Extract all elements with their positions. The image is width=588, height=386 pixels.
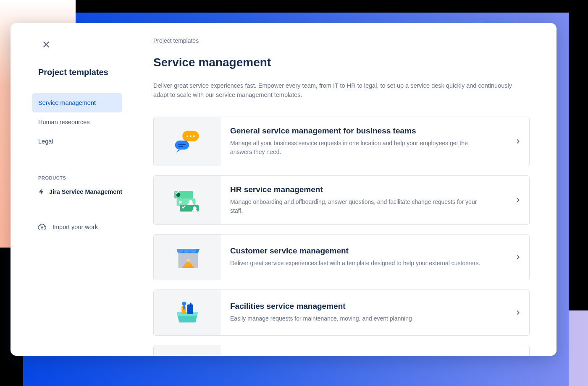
card-chevron [507, 345, 529, 356]
card-body: Customer service management Deliver grea… [221, 235, 507, 280]
sidebar: Project templates Service management Hum… [10, 23, 136, 356]
sidebar-item-human-resources[interactable]: Human reseources [32, 112, 122, 132]
card-body: HR service management Manage onboarding … [221, 176, 507, 224]
sidebar-item-label: Service management [38, 99, 96, 106]
card-body: General service management for business … [221, 117, 507, 166]
card-body: Facilities service management Easily man… [221, 290, 507, 335]
chevron-right-icon [514, 254, 521, 261]
card-chevron [507, 176, 529, 224]
main-content: Project templates Service management Del… [136, 23, 556, 356]
sidebar-item-legal[interactable]: Legal [32, 132, 122, 151]
card-title: Customer service management [230, 246, 501, 256]
hr-tags-icon [171, 187, 204, 214]
template-card-customer-service[interactable]: Customer service management Deliver grea… [153, 234, 530, 280]
close-icon [42, 40, 51, 49]
page-description: Deliver great service experiences fast. … [153, 81, 519, 100]
svg-rect-6 [178, 146, 184, 147]
credit-cards-icon [171, 355, 204, 356]
templates-modal: Project templates Service management Hum… [10, 23, 556, 356]
chevron-right-icon [514, 197, 521, 203]
import-label: Import your work [52, 224, 98, 230]
sidebar-title: Project templates [38, 68, 124, 77]
card-chevron [507, 117, 529, 166]
sidebar-nav: Service management Human reseources Lega… [22, 93, 124, 151]
svg-rect-4 [175, 141, 189, 149]
svg-point-3 [193, 135, 195, 137]
template-card-hr-service[interactable]: HR service management Manage onboarding … [153, 175, 530, 225]
card-icon-area [154, 345, 221, 356]
sidebar-item-service-management[interactable]: Service management [32, 93, 122, 112]
template-card-facilities-service[interactable]: Facilities service management Easily man… [153, 290, 530, 336]
card-icon-area [154, 290, 221, 335]
card-body: Finance service management [221, 345, 507, 356]
import-your-work[interactable]: Import your work [22, 222, 124, 232]
card-description: Manage all your business service request… [230, 139, 482, 156]
svg-point-2 [190, 135, 192, 137]
svg-rect-19 [183, 303, 185, 309]
template-list: General service management for business … [153, 117, 530, 356]
card-description: Easily manage requests for maintenance, … [230, 314, 482, 323]
card-chevron [507, 290, 529, 335]
svg-rect-5 [178, 144, 186, 145]
sidebar-item-label: Legal [38, 138, 53, 145]
card-title: Facilities service management [230, 302, 501, 311]
chevron-right-icon [514, 138, 521, 145]
chat-bubbles-icon [171, 128, 204, 155]
chevron-right-icon [514, 309, 521, 316]
page-title: Service management [153, 56, 530, 69]
svg-rect-14 [182, 266, 194, 268]
card-title: General service management for business … [230, 126, 501, 136]
card-description: Deliver great service experiences fast w… [230, 259, 482, 268]
cloud-upload-icon [37, 222, 47, 232]
template-card-finance-service[interactable]: Finance service management [153, 345, 530, 356]
jira-bolt-icon [37, 188, 45, 196]
template-card-general-service[interactable]: General service management for business … [153, 117, 530, 166]
close-button[interactable] [38, 37, 54, 52]
product-jira-service-management[interactable]: Jira Service Management [22, 188, 124, 196]
card-title: HR service management [230, 185, 501, 194]
svg-point-1 [186, 135, 188, 137]
sidebar-item-label: Human reseources [38, 119, 90, 125]
storefront-bell-icon [171, 244, 204, 271]
breadcrumb[interactable]: Project templates [153, 37, 530, 44]
products-section-label: PRODUCTS [38, 175, 124, 180]
card-chevron [507, 235, 529, 280]
card-description: Manage onboarding and offboarding, answe… [230, 198, 482, 215]
card-icon-area [154, 117, 221, 166]
card-icon-area [154, 176, 221, 224]
toolbox-icon [171, 299, 204, 326]
product-name: Jira Service Management [49, 188, 122, 195]
card-icon-area [154, 235, 221, 280]
